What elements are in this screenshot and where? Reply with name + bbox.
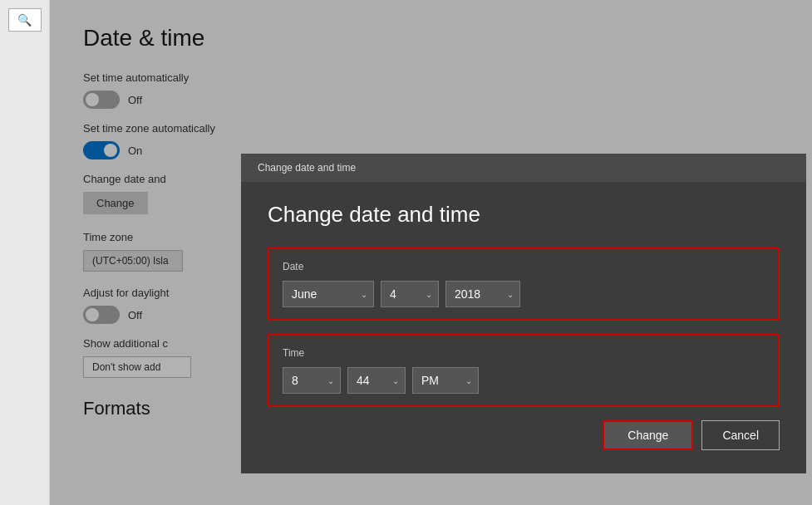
day-wrapper: 123 456 78910 11121314 15161718 19202122… (381, 281, 439, 307)
ampm-select[interactable]: AM PM (412, 367, 479, 394)
month-select[interactable]: January February March April May June Ju… (283, 281, 374, 307)
date-section-title: Date (283, 261, 765, 272)
dialog-footer: Change Cancel (268, 420, 780, 450)
ampm-wrapper: AM PM ⌄ (412, 367, 479, 394)
date-dropdowns-row: January February March April May June Ju… (283, 281, 765, 307)
dialog-titlebar: Change date and time (241, 154, 806, 182)
search-box[interactable]: 🔍 (8, 8, 42, 32)
minute-wrapper: 001530 4445 ⌄ (347, 367, 406, 394)
sidebar: 🔍 (0, 0, 50, 505)
year-wrapper: 201520162017 201820192020 ⌄ (445, 281, 520, 307)
time-dropdowns-row: 1234 567 8910 1112 ⌄ 001530 4445 ⌄ (283, 367, 765, 394)
dialog-heading: Change date and time (268, 202, 780, 228)
change-datetime-dialog: Change date and time Change date and tim… (241, 154, 806, 473)
minute-select[interactable]: 001530 4445 (347, 367, 406, 394)
main-content: Date & time Set time automatically Off S… (50, 0, 812, 505)
dialog-change-button[interactable]: Change (603, 420, 693, 450)
dialog-body: Change date and time Date January Februa… (241, 182, 806, 473)
hour-select[interactable]: 1234 567 8910 1112 (283, 367, 341, 394)
time-section-box: Time 1234 567 8910 1112 ⌄ 001530 (268, 334, 780, 407)
dialog-cancel-button[interactable]: Cancel (701, 420, 780, 450)
hour-wrapper: 1234 567 8910 1112 ⌄ (283, 367, 341, 394)
month-wrapper: January February March April May June Ju… (283, 281, 374, 307)
year-select[interactable]: 201520162017 201820192020 (445, 281, 520, 307)
day-select[interactable]: 123 456 78910 11121314 15161718 19202122… (381, 281, 439, 307)
time-section-title: Time (283, 347, 765, 359)
date-section-box: Date January February March April May Ju… (268, 248, 780, 321)
search-icon: 🔍 (17, 13, 32, 27)
